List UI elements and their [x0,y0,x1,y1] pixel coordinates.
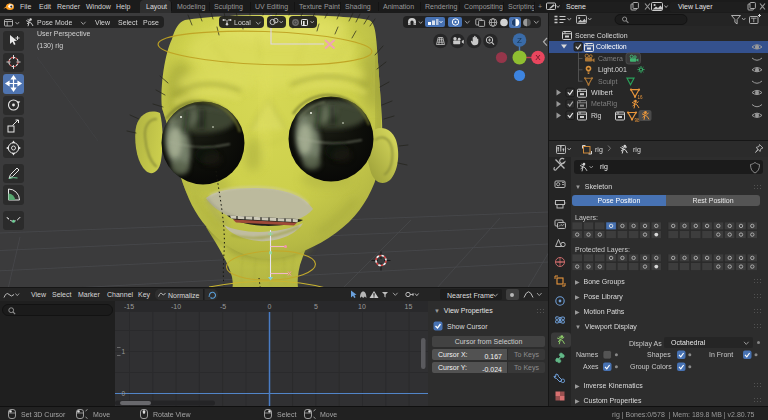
svg-text:rig: rig [633,146,641,154]
svg-text:X: X [535,53,541,62]
svg-text:Z: Z [517,36,522,45]
svg-text:rig: rig [595,146,603,154]
svg-text:0: 0 [122,390,126,397]
svg-text:16: 16 [638,95,644,100]
svg-text:1: 1 [122,348,126,355]
